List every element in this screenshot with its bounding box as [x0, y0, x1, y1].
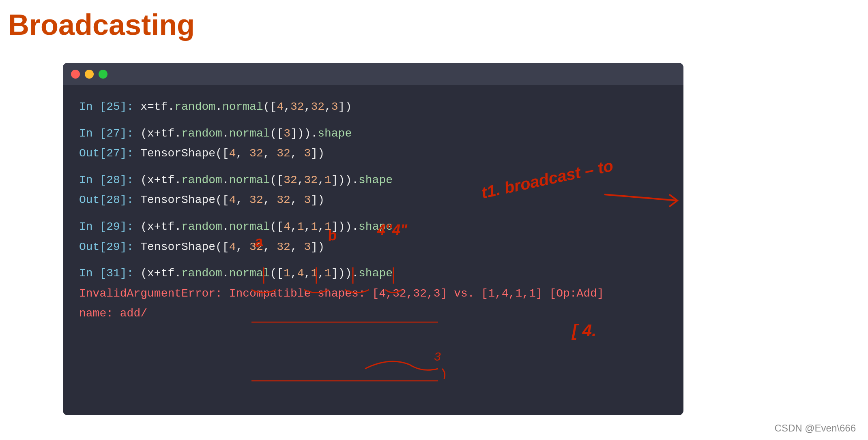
arrow-29-2 — [442, 369, 445, 379]
out-line-27: Out[27]: TensorShape([4, 32, 32, 3]) — [79, 144, 667, 163]
code-line-31: In [31]: (x+tf.random.normal([1,4,1,1]))… — [79, 264, 667, 283]
out-label-27: Out[27]: — [79, 147, 133, 160]
error-line-1: InvalidArgumentError: Incompatible shape… — [79, 284, 667, 303]
annotation-3: 3 — [434, 350, 441, 363]
in-label-29: In [29]: — [79, 220, 133, 233]
out-val-27: TensorShape([4, 32, 32, 3]) — [140, 147, 324, 160]
terminal-window: In [25]: x=tf.random.normal([4,32,32,3])… — [63, 63, 683, 415]
terminal-titlebar — [63, 63, 683, 85]
code-28: (x+tf.random.normal([32,32,1])).shape — [140, 174, 393, 186]
minimize-dot — [85, 70, 94, 79]
code-31: (x+tf.random.normal([1,4,1,1])).shape — [140, 267, 393, 280]
error-text-2: name: add/ — [79, 307, 147, 320]
code-line-25: In [25]: x=tf.random.normal([4,32,32,3]) — [79, 97, 667, 117]
in-label-27: In [27]: — [79, 127, 133, 140]
code-27: (x+tf.random.normal([3])).shape — [140, 127, 352, 140]
in-label-25: In [25]: — [79, 100, 133, 113]
watermark: CSDN @Even\666 — [775, 423, 856, 434]
page-title: Broadcasting — [8, 8, 195, 41]
out-line-29: Out[29]: TensorShape([4, 32, 32, 3]) — [79, 237, 667, 257]
code-line-29: In [29]: (x+tf.random.normal([4,1,1,1]))… — [79, 217, 667, 237]
error-line-2: name: add/ — [79, 304, 667, 323]
in-label-28: In [28]: — [79, 174, 133, 186]
in-label-31: In [31]: — [79, 267, 133, 280]
code-29: (x+tf.random.normal([4,1,1,1])).shape — [140, 220, 393, 233]
out-line-28: Out[28]: TensorShape([4, 32, 32, 3]) — [79, 190, 667, 210]
code-line-28: In [28]: (x+tf.random.normal([32,32,1]))… — [79, 171, 667, 190]
error-text-1: InvalidArgumentError: Incompatible shape… — [79, 287, 604, 300]
code-line-27: In [27]: (x+tf.random.normal([3])).shape — [79, 124, 667, 143]
out-val-29: TensorShape([4, 32, 32, 3]) — [140, 241, 324, 253]
out-val-28: TensorShape([4, 32, 32, 3]) — [140, 194, 324, 206]
code-25: x=tf.random.normal([4,32,32,3]) — [140, 100, 352, 113]
out-label-28: Out[28]: — [79, 194, 133, 206]
terminal-content: In [25]: x=tf.random.normal([4,32,32,3])… — [63, 85, 683, 336]
out-label-29: Out[29]: — [79, 241, 133, 253]
close-dot — [71, 70, 80, 79]
arrow-29-1 — [365, 361, 438, 370]
maximize-dot — [99, 70, 107, 79]
